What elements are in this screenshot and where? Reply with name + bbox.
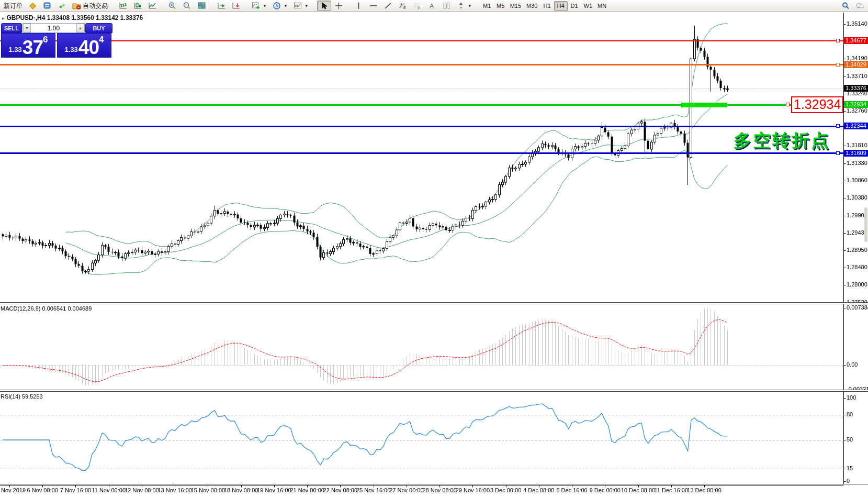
price-chart-canvas[interactable] <box>0 0 868 497</box>
chart-shift-button[interactable] <box>229 1 243 11</box>
market-watch-icon[interactable] <box>26 1 40 11</box>
navigator-icon[interactable] <box>55 1 69 11</box>
horizontal-level-line[interactable] <box>0 126 843 127</box>
label-tool-button[interactable]: T <box>439 1 454 11</box>
auto-scroll-button[interactable] <box>215 1 229 11</box>
macd-rsi-separator[interactable] <box>0 390 868 392</box>
periods-button[interactable]: ▼ <box>270 1 290 11</box>
time-axis-label: 11 Dec 16:00 <box>654 487 688 493</box>
time-axis-label: 29 Nov 16:00 <box>456 487 490 493</box>
timeframe-button-mn[interactable]: MN <box>595 1 609 11</box>
timeframe-button-d1[interactable]: D1 <box>568 1 581 11</box>
trendline-tool-button[interactable] <box>381 1 395 11</box>
tile-windows-icon <box>197 2 206 10</box>
time-axis-label: 13 Dec 00:00 <box>687 487 721 493</box>
templates-button[interactable]: ▼ <box>291 1 311 11</box>
timeframe-button-m30[interactable]: M30 <box>524 1 540 11</box>
turning-point-annotation[interactable]: 多空转折点 <box>734 129 830 153</box>
timeframe-button-h4[interactable]: H4 <box>554 1 568 11</box>
time-axis-label: 22 Nov 08:00 <box>323 487 357 493</box>
sell-price-display[interactable]: 1.33 37 6 <box>1 33 55 58</box>
zoom-in-icon <box>168 2 177 10</box>
price-axis-tick: 1.30860 <box>847 177 867 183</box>
time-axis-label: 27 Nov 00:00 <box>389 487 423 493</box>
time-axis-label: 19 Nov 16:00 <box>257 487 291 493</box>
zoom-in-button[interactable] <box>165 1 179 11</box>
green-signal-icon <box>58 2 66 10</box>
horizontal-level-line[interactable] <box>0 152 843 154</box>
cursor-tool-button[interactable] <box>317 1 331 11</box>
chart-symbol: GBPUSD-,H4 <box>6 14 45 21</box>
data-window-icon[interactable] <box>40 1 54 11</box>
new-chart-button[interactable]: ▼ <box>249 1 269 11</box>
timeframe-button-m15[interactable]: M15 <box>508 1 524 11</box>
shapes-tool-button[interactable]: ▼ <box>454 1 475 11</box>
chat-button[interactable] <box>853 1 867 11</box>
fibo-grid-tool-button[interactable]: F <box>410 1 424 11</box>
price-axis-tick: 1.35140 <box>847 20 867 27</box>
text-a-icon: A <box>427 2 436 10</box>
toolbar-separator <box>210 1 213 10</box>
trendline-icon <box>384 2 392 10</box>
line-handle[interactable] <box>836 124 840 128</box>
timeframe-button-h1[interactable]: H1 <box>540 1 554 11</box>
time-axis-label: 28 Nov 08:00 <box>422 487 456 493</box>
svg-text:A: A <box>430 3 434 10</box>
price-axis-tick: 1.31810 <box>847 142 867 148</box>
thick-level-segment[interactable] <box>681 103 727 107</box>
price-axis-line <box>843 13 844 485</box>
candle-chart-mode-button[interactable] <box>131 1 145 11</box>
auto-trading-label: 自动交易 <box>83 2 108 10</box>
macd-axis-tick: 0.00 <box>847 361 858 368</box>
volume-down-button[interactable]: ▼ <box>23 24 31 32</box>
time-axis-label: 3 Dec 00:00 <box>490 487 521 493</box>
vertical-scrollbar-thumb[interactable] <box>864 207 867 242</box>
zoom-out-icon <box>183 2 191 10</box>
toolbar-separator <box>313 1 315 10</box>
time-axis-label: Nov 2019 <box>1 487 26 493</box>
mt4-terminal-window: 新订单 自动交易 <box>0 0 868 497</box>
timeframe-button-w1[interactable]: W1 <box>581 1 595 11</box>
volume-stepper: ▼ 1.00 ▲ <box>22 23 85 33</box>
zoom-out-button[interactable] <box>180 1 194 11</box>
line-chart-mode-button[interactable] <box>145 1 160 11</box>
line-handle[interactable] <box>786 103 790 106</box>
price-badge: 1.33376 <box>844 85 868 92</box>
line-handle[interactable] <box>836 63 840 67</box>
chart-macd-separator[interactable] <box>0 302 868 304</box>
horizontal-level-line[interactable] <box>0 64 843 65</box>
vertical-line-tool-button[interactable] <box>352 1 366 11</box>
one-click-trading-panel: SELL ▼ 1.00 ▲ BUY 1.33 37 6 1.33 40 4 <box>1 23 112 58</box>
crosshair-icon <box>334 2 343 10</box>
svg-text:E: E <box>403 6 406 9</box>
buy-button[interactable]: BUY <box>85 23 112 33</box>
price-level-box[interactable]: 1.32934 <box>791 96 843 113</box>
buy-price-display[interactable]: 1.33 40 4 <box>57 33 111 58</box>
volume-input[interactable]: 1.00 <box>31 24 76 32</box>
chevron-down-icon: ▼ <box>263 4 267 8</box>
buy-price-small: 1.33 <box>65 46 78 53</box>
timeframe-button-m5[interactable]: M5 <box>494 1 508 11</box>
time-axis-label: 18 Nov 08:00 <box>224 487 258 493</box>
tile-windows-button[interactable] <box>195 1 209 11</box>
time-axis-label: 15 Nov 00:00 <box>191 487 225 493</box>
auto-trading-button[interactable]: 自动交易 <box>70 1 110 11</box>
new-order-label: 新订单 <box>4 2 22 10</box>
line-handle[interactable] <box>836 39 840 42</box>
volume-up-button[interactable]: ▲ <box>76 24 84 32</box>
fibonacci-tool-button[interactable]: fE <box>396 1 410 11</box>
time-axis-label: 7 Nov 16:00 <box>60 487 91 493</box>
chart-title: ▸ GBPUSD-,H4 1.33408 1.33560 1.33142 1.3… <box>2 14 143 21</box>
search-button[interactable] <box>839 1 853 11</box>
horizontal-line-tool-button[interactable] <box>366 1 380 11</box>
bar-chart-mode-button[interactable] <box>116 1 130 11</box>
cursor-arrow-icon <box>320 2 329 10</box>
horizontal-level-line[interactable] <box>0 40 843 41</box>
sell-button[interactable]: SELL <box>1 23 22 33</box>
crosshair-tool-button[interactable] <box>332 1 346 11</box>
line-handle[interactable] <box>836 151 840 155</box>
new-order-button[interactable]: 新订单 <box>1 1 25 11</box>
macd-label: MACD(12,26,9) 0.006541 0.004689 <box>1 305 92 312</box>
text-tool-button[interactable]: A <box>425 1 439 11</box>
timeframe-button-m1[interactable]: M1 <box>480 1 494 11</box>
